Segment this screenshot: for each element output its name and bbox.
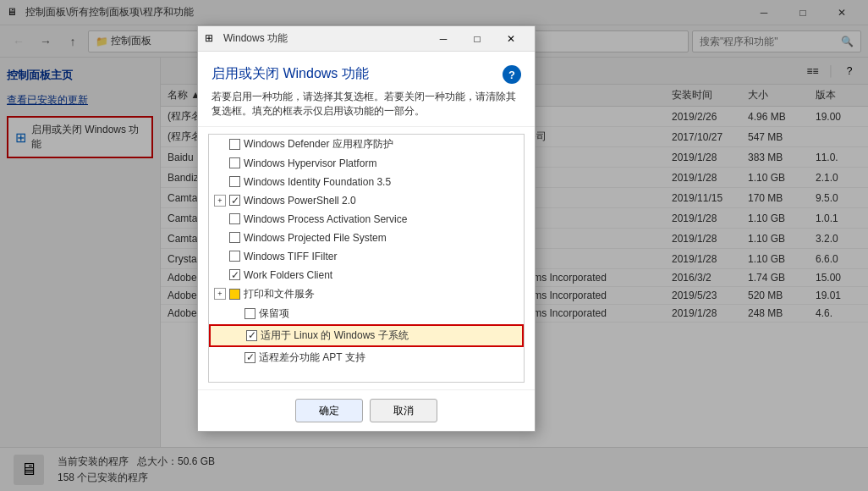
feature-name: Windows Process Activation Service	[244, 213, 519, 225]
modal-footer: 确定 取消	[198, 389, 535, 431]
checkbox-0[interactable]	[229, 139, 240, 150]
feature-name: 保留项	[259, 306, 519, 321]
checkbox-4[interactable]	[229, 213, 240, 224]
feature-name: Windows TIFF IFilter	[244, 251, 519, 262]
modal-help-button[interactable]: ?	[503, 65, 521, 84]
feature-name: 适程差分功能 APT 支持	[259, 350, 519, 365]
list-item[interactable]: + 打印和文件服务	[209, 284, 524, 304]
list-item[interactable]: 保留项	[209, 304, 524, 323]
modal-icon: ⊞	[205, 32, 218, 46]
expand-icon[interactable]: +	[214, 195, 226, 207]
modal-maximize-button[interactable]: □	[460, 27, 494, 51]
checkbox-2[interactable]	[229, 176, 240, 187]
feature-name: Windows PowerShell 2.0	[244, 195, 519, 207]
modal-header-description: 若要启用一种功能，请选择其复选框。若要关闭一种功能，请清除其复选框。填充的框表示…	[212, 90, 521, 119]
modal-title-bar: ⊞ Windows 功能 ─ □ ✕	[198, 26, 535, 52]
modal-header-title: 启用或关闭 Windows 功能	[212, 65, 369, 83]
checkbox-1[interactable]	[229, 157, 240, 168]
feature-name: Windows Hypervisor Platform	[244, 157, 519, 169]
checkbox-5[interactable]	[229, 232, 240, 243]
feature-name: Windows Identity Foundation 3.5	[244, 176, 519, 188]
modal-minimize-button[interactable]: ─	[426, 27, 460, 51]
modal-title-row: 启用或关闭 Windows 功能 ?	[212, 65, 521, 90]
list-item[interactable]: ✓ Work Folders Client	[209, 266, 524, 284]
ok-button[interactable]: 确定	[295, 399, 363, 422]
feature-name: 打印和文件服务	[244, 287, 519, 301]
checkbox-10[interactable]: ✓	[246, 330, 257, 341]
list-item[interactable]: Windows Defender 应用程序防护	[209, 135, 524, 154]
expand-icon[interactable]: +	[214, 288, 226, 300]
cancel-button[interactable]: 取消	[370, 399, 437, 422]
modal-header: 启用或关闭 Windows 功能 ? 若要启用一种功能，请选择其复选框。若要关闭…	[198, 52, 535, 127]
feature-name: 适用于 Linux 的 Windows 子系统	[261, 328, 517, 343]
list-item[interactable]: Windows TIFF IFilter	[209, 247, 524, 266]
windows-features-modal: ⊞ Windows 功能 ─ □ ✕ 启用或关闭 Windows 功能 ? 若要…	[197, 25, 536, 432]
modal-overlay: ⊞ Windows 功能 ─ □ ✕ 启用或关闭 Windows 功能 ? 若要…	[0, 0, 868, 491]
checkbox-9[interactable]	[244, 308, 255, 319]
list-item[interactable]: Windows Identity Foundation 3.5	[209, 173, 524, 191]
list-item[interactable]: ✓ 适程差分功能 APT 支持	[209, 348, 524, 367]
checkbox-6[interactable]	[229, 251, 240, 262]
checkbox-8[interactable]	[229, 289, 240, 300]
checkbox-3[interactable]: ✓	[229, 195, 240, 206]
checkbox-7[interactable]: ✓	[229, 269, 240, 280]
list-item[interactable]: Windows Hypervisor Platform	[209, 154, 524, 173]
feature-name: Windows Defender 应用程序防护	[244, 137, 519, 152]
list-item[interactable]: Windows Process Activation Service	[209, 210, 524, 229]
feature-list: Windows Defender 应用程序防护 Windows Hypervis…	[208, 134, 525, 383]
list-item[interactable]: + ✓ Windows PowerShell 2.0	[209, 191, 524, 210]
checkbox-11[interactable]: ✓	[244, 352, 255, 363]
modal-close-button[interactable]: ✕	[494, 27, 528, 51]
list-item[interactable]: ✓ 适用于 Linux 的 Windows 子系统	[209, 324, 524, 347]
modal-header-content: 启用或关闭 Windows 功能 ? 若要启用一种功能，请选择其复选框。若要关闭…	[212, 65, 521, 119]
feature-name: Work Folders Client	[244, 269, 519, 281]
modal-title: Windows 功能	[223, 31, 426, 46]
modal-window-controls: ─ □ ✕	[426, 27, 528, 51]
list-item[interactable]: Windows Projected File System	[209, 229, 524, 247]
feature-name: Windows Projected File System	[244, 232, 519, 244]
